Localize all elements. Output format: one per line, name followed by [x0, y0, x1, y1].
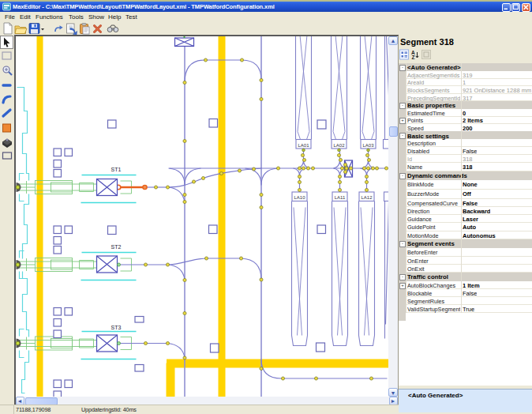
- svg-text:ST2: ST2: [111, 243, 121, 249]
- svg-text:ST3: ST3: [111, 324, 121, 329]
- svg-text:LA01: LA01: [298, 142, 309, 147]
- svg-text:Z: Z: [412, 55, 415, 60]
- svg-text:LA12: LA12: [361, 195, 373, 200]
- svg-text:ST1: ST1: [111, 166, 121, 171]
- svg-text:LA10: LA10: [294, 195, 305, 200]
- svg-text:LA11: LA11: [334, 195, 345, 200]
- svg-text:LA03: LA03: [362, 142, 374, 147]
- svg-text:LA02: LA02: [333, 142, 345, 147]
